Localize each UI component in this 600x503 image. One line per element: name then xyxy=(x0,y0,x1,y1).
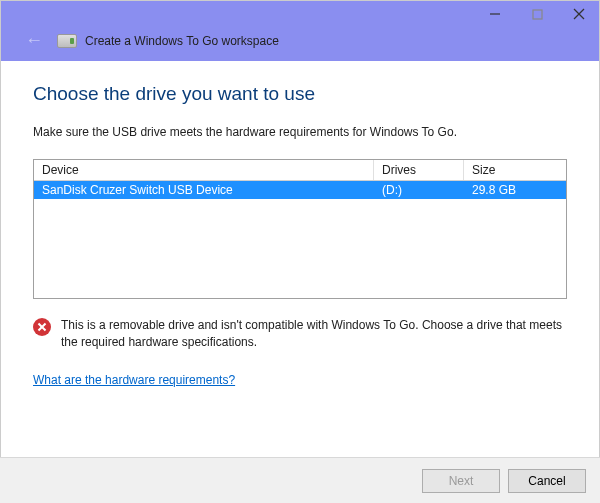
footer-bar: Next Cancel xyxy=(0,457,600,503)
cell-size: 29.8 GB xyxy=(464,181,566,199)
table-row[interactable]: SanDisk Cruzer Switch USB Device (D:) 29… xyxy=(34,181,566,199)
column-header-size[interactable]: Size xyxy=(464,160,566,180)
title-bar: ← Create a Windows To Go workspace xyxy=(1,1,599,61)
back-arrow-icon: ← xyxy=(25,30,43,51)
minimize-button[interactable] xyxy=(483,5,507,23)
content-area: Choose the drive you want to use Make su… xyxy=(1,61,599,387)
warning-panel: This is a removable drive and isn't comp… xyxy=(33,317,567,351)
page-heading: Choose the drive you want to use xyxy=(33,83,567,105)
close-button[interactable] xyxy=(567,5,591,23)
cell-drives: (D:) xyxy=(374,181,464,199)
error-icon xyxy=(33,318,51,336)
hardware-requirements-link[interactable]: What are the hardware requirements? xyxy=(33,373,235,387)
table-header-row: Device Drives Size xyxy=(34,160,566,181)
column-header-drives[interactable]: Drives xyxy=(374,160,464,180)
window-title: Create a Windows To Go workspace xyxy=(85,34,279,48)
maximize-button[interactable] xyxy=(525,5,549,23)
page-subheading: Make sure the USB drive meets the hardwa… xyxy=(33,125,567,139)
warning-text: This is a removable drive and isn't comp… xyxy=(61,317,567,351)
cancel-button[interactable]: Cancel xyxy=(508,469,586,493)
svg-rect-1 xyxy=(533,10,542,19)
cell-device: SanDisk Cruzer Switch USB Device xyxy=(34,181,374,199)
next-button[interactable]: Next xyxy=(422,469,500,493)
drive-icon xyxy=(57,34,77,48)
column-header-device[interactable]: Device xyxy=(34,160,374,180)
drive-table: Device Drives Size SanDisk Cruzer Switch… xyxy=(33,159,567,299)
